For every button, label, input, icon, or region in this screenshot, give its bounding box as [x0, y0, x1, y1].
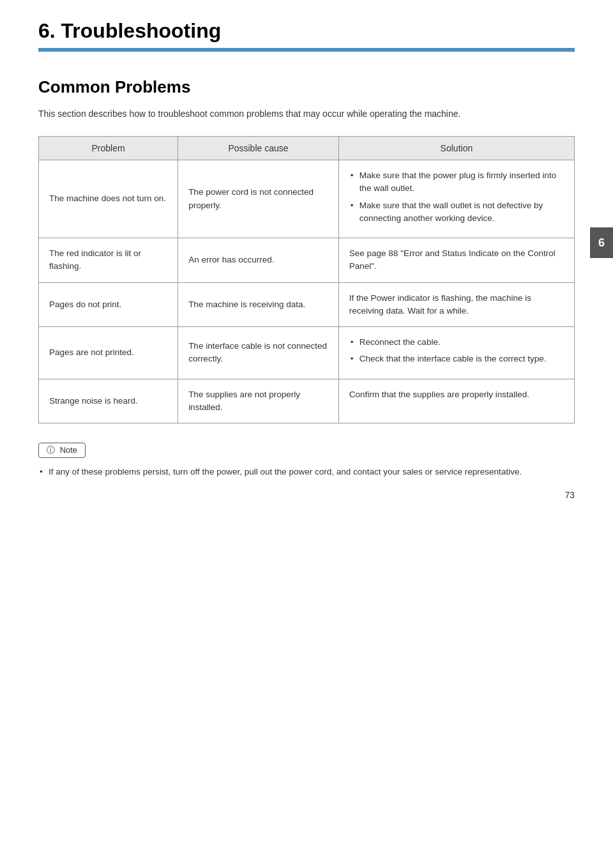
table-cell-problem: Strange noise is heard. — [39, 379, 178, 423]
page-number: 73 — [564, 490, 575, 500]
table-header-cause: Possible cause — [178, 137, 339, 160]
table-cell-problem: Pages are not printed. — [39, 327, 178, 379]
table-cell-solution: See page 88 "Error and Status Indicate o… — [338, 238, 574, 283]
note-list: If any of these problems persist, turn o… — [38, 466, 575, 478]
table-cell-cause: The machine is receiving data. — [178, 282, 339, 327]
table-cell-problem: The red indicator is lit or flashing. — [39, 238, 178, 283]
table-cell-solution: Reconnect the cable.Check that the inter… — [338, 327, 574, 379]
table-row: Strange noise is heard.The supplies are … — [39, 379, 575, 423]
note-list-item: If any of these problems persist, turn o… — [38, 466, 575, 478]
note-icon: ⓘ — [47, 445, 55, 456]
solution-list-item: Make sure that the power plug is firmly … — [349, 169, 564, 195]
table-cell-problem: Pages do not print. — [39, 282, 178, 327]
table-row: Pages do not print.The machine is receiv… — [39, 282, 575, 327]
table-cell-cause: An error has occurred. — [178, 238, 339, 283]
blue-bar-divider — [38, 48, 575, 52]
section-title: Common Problems — [38, 77, 575, 97]
solution-list-item: Reconnect the cable. — [349, 336, 564, 349]
table-cell-solution: Confirm that the supplies are properly i… — [338, 379, 574, 423]
table-cell-solution: If the Power indicator is flashing, the … — [338, 282, 574, 327]
table-header-problem: Problem — [39, 137, 178, 160]
table-row: The red indicator is lit or flashing.An … — [39, 238, 575, 283]
table-row: The machine does not turn on.The power c… — [39, 160, 575, 238]
note-label: Note — [60, 445, 77, 455]
solution-list-item: Make sure that the wall outlet is not de… — [349, 199, 564, 225]
table-cell-cause: The power cord is not connected properly… — [178, 160, 339, 238]
section-description: This section describes how to troublesho… — [38, 107, 575, 121]
solution-list-item: Check that the interface cable is the co… — [349, 353, 564, 365]
chapter-tab: 6 — [590, 227, 613, 258]
table-header-solution: Solution — [338, 137, 574, 160]
table-cell-problem: The machine does not turn on. — [39, 160, 178, 238]
note-label-box: ⓘ Note — [38, 443, 86, 458]
chapter-title: 6. Troubleshooting — [38, 19, 575, 43]
table-cell-solution: Make sure that the power plug is firmly … — [338, 160, 574, 238]
table-cell-cause: The interface cable is not connected cor… — [178, 327, 339, 379]
problems-table: Problem Possible cause Solution The mach… — [38, 136, 575, 423]
note-section: ⓘ Note If any of these problems persist,… — [38, 443, 575, 478]
table-cell-cause: The supplies are not properly installed. — [178, 379, 339, 423]
table-row: Pages are not printed.The interface cabl… — [39, 327, 575, 379]
